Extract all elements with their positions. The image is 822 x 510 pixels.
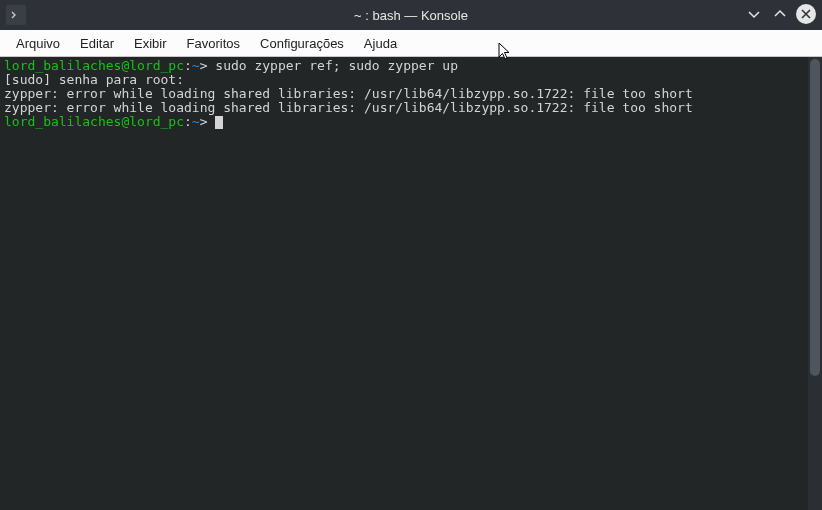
menu-favoritos[interactable]: Favoritos (177, 32, 250, 55)
minimize-button[interactable] (744, 4, 764, 24)
prompt-path: ~ (192, 58, 200, 73)
prompt-end-2: > (200, 114, 208, 129)
error-line-1: zypper: error while loading shared libra… (4, 86, 693, 101)
maximize-button[interactable] (770, 4, 790, 24)
menu-exibir[interactable]: Exibir (124, 32, 177, 55)
scroll-thumb[interactable] (810, 59, 820, 376)
window-controls (744, 4, 816, 24)
error-line-2: zypper: error while loading shared libra… (4, 100, 693, 115)
cmd-line-1: sudo zypper ref; sudo zypper up (208, 58, 458, 73)
menu-configuracoes[interactable]: Configurações (250, 32, 354, 55)
prompt-end: > (200, 58, 208, 73)
close-button[interactable] (796, 4, 816, 24)
svg-rect-0 (9, 8, 23, 22)
terminal-cursor (215, 116, 223, 129)
prompt-user-2: lord_balilaches@lord_pc (4, 114, 184, 129)
app-icon (6, 5, 26, 25)
prompt-sep: : (184, 58, 192, 73)
prompt-sep-2: : (184, 114, 192, 129)
menu-ajuda[interactable]: Ajuda (354, 32, 407, 55)
titlebar: ~ : bash — Konsole (0, 0, 822, 30)
terminal[interactable]: lord_balilaches@lord_pc:~> sudo zypper r… (0, 57, 808, 510)
terminal-area: lord_balilaches@lord_pc:~> sudo zypper r… (0, 57, 822, 510)
prompt-user: lord_balilaches@lord_pc (4, 58, 184, 73)
scrollbar[interactable] (808, 57, 822, 510)
menubar: Arquivo Editar Exibir Favoritos Configur… (0, 30, 822, 57)
prompt-path-2: ~ (192, 114, 200, 129)
window-title: ~ : bash — Konsole (354, 8, 468, 23)
sudo-line: [sudo] senha para root: (4, 72, 184, 87)
menu-arquivo[interactable]: Arquivo (6, 32, 70, 55)
menu-editar[interactable]: Editar (70, 32, 124, 55)
